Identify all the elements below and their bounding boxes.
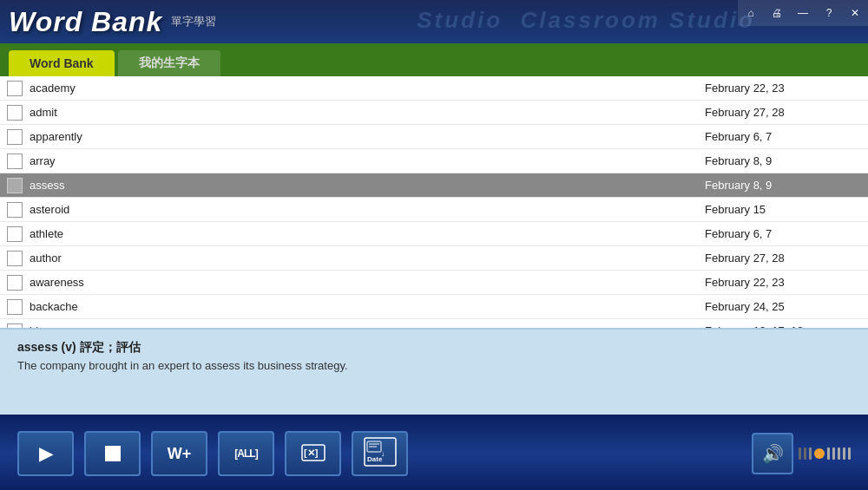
help-button[interactable]: ? — [816, 0, 842, 26]
word-text: asteroid — [30, 203, 705, 216]
table-row[interactable]: apparently February 6, 7 — [0, 125, 868, 149]
word-text: array — [30, 154, 705, 167]
row-checkbox[interactable] — [7, 323, 23, 329]
date-sort-icon: ↓ Date — [364, 437, 397, 469]
table-row-selected[interactable]: assess February 8, 9 — [0, 173, 868, 198]
vol-seg-8 — [848, 448, 851, 460]
word-date: February 6, 7 — [705, 130, 861, 143]
table-row[interactable]: array February 8, 9 — [0, 149, 868, 173]
app-subtitle: 單字學習 — [171, 14, 216, 29]
word-date: February 27, 28 — [705, 252, 861, 265]
vol-indicator — [814, 448, 825, 459]
app-logo: Word Bank — [9, 6, 162, 38]
word-list[interactable]: academy February 22, 23 admit February 2… — [0, 76, 868, 328]
vol-seg-2 — [804, 448, 806, 460]
definition-example: The company brought in an expert to asse… — [17, 359, 851, 372]
definition-pos-chinese: (v) 評定；評估 — [62, 340, 141, 354]
row-checkbox[interactable] — [7, 154, 23, 169]
date-sort-button[interactable]: ↓ Date — [352, 431, 408, 476]
word-text: apparently — [30, 130, 705, 143]
play-button[interactable]: ▶ — [17, 431, 74, 476]
row-checkbox[interactable] — [7, 251, 23, 266]
table-row[interactable]: academy February 22, 23 — [0, 76, 868, 101]
word-date: February 27, 28 — [705, 106, 861, 119]
row-checkbox[interactable] — [7, 105, 23, 121]
stop-button[interactable] — [84, 431, 141, 476]
word-text: assess — [30, 179, 705, 192]
word-text: blurry — [30, 324, 705, 328]
row-checkbox[interactable] — [7, 226, 23, 242]
bottom-toolbar: ▶ W+ [ALL] [✕] ↓ Date — [0, 415, 868, 490]
main-content: academy February 22, 23 admit February 2… — [0, 76, 868, 328]
vol-seg-7 — [843, 448, 845, 460]
home-button[interactable]: ⌂ — [738, 0, 764, 26]
wplus-icon: W+ — [168, 445, 192, 463]
table-row[interactable]: admit February 27, 28 — [0, 101, 868, 125]
close-button[interactable]: ✕ — [842, 0, 868, 26]
row-checkbox[interactable] — [7, 129, 23, 145]
word-date: February 6, 7 — [705, 227, 861, 240]
vol-seg-6 — [838, 448, 840, 460]
word-text: awareness — [30, 276, 705, 289]
word-date: February 24, 25 — [705, 300, 861, 313]
window-controls: ⌂ 🖨 — ? ✕ — [738, 0, 868, 26]
table-row[interactable]: author February 27, 28 — [0, 246, 868, 271]
table-row[interactable]: athlete February 6, 7 — [0, 222, 868, 246]
table-row[interactable]: awareness February 22, 23 — [0, 271, 868, 295]
tab-word-bank[interactable]: Word Bank — [9, 50, 115, 76]
row-checkbox[interactable] — [7, 275, 23, 291]
vol-seg-5 — [832, 448, 835, 460]
shuffle-button[interactable]: [✕] — [285, 431, 341, 476]
table-row[interactable]: backache February 24, 25 — [0, 295, 868, 319]
definition-word-bold: assess — [17, 340, 58, 354]
stop-icon — [105, 446, 121, 461]
word-text: author — [30, 252, 705, 265]
table-row[interactable]: asteroid February 15 — [0, 198, 868, 222]
bg-watermark: Studio Classroom Studio — [417, 7, 755, 34]
word-text: academy — [30, 82, 705, 95]
word-date: February 8, 9 — [705, 154, 861, 167]
shuffle-icon: [✕] — [300, 443, 326, 465]
definition-area: assess (v) 評定；評估 The company brought in … — [0, 328, 868, 415]
word-list-container: academy February 22, 23 admit February 2… — [0, 76, 868, 328]
volume-button[interactable]: 🔊 — [752, 433, 793, 474]
tab-bar: Word Bank 我的生字本 — [0, 43, 868, 76]
vol-seg-1 — [799, 448, 801, 460]
svg-text:[✕]: [✕] — [304, 448, 319, 458]
svg-text:Date: Date — [367, 455, 383, 463]
tab-my-vocab[interactable]: 我的生字本 — [118, 50, 220, 76]
word-date: February 15 — [705, 203, 861, 216]
volume-control: 🔊 — [752, 433, 851, 474]
play-icon: ▶ — [39, 443, 52, 464]
word-date: February 22, 23 — [705, 276, 861, 289]
add-to-vocab-button[interactable]: W+ — [151, 431, 207, 476]
word-date: February 8, 9 — [705, 179, 861, 192]
word-text: admit — [30, 106, 705, 119]
row-checkbox[interactable] — [7, 299, 23, 315]
table-row[interactable]: blurry February 16, 17, 18 — [0, 319, 868, 328]
speaker-icon: 🔊 — [762, 443, 784, 464]
all-icon: [ALL] — [234, 448, 257, 460]
row-checkbox[interactable] — [7, 202, 23, 218]
word-text: athlete — [30, 227, 705, 240]
word-date: February 16, 17, 18 — [705, 324, 861, 328]
select-all-button[interactable]: [ALL] — [218, 431, 274, 476]
word-text: backache — [30, 300, 705, 313]
volume-slider[interactable] — [799, 448, 851, 460]
word-date: February 22, 23 — [705, 82, 861, 95]
row-checkbox[interactable] — [7, 81, 23, 96]
row-checkbox[interactable] — [7, 178, 23, 193]
definition-word: assess (v) 評定；評估 — [17, 340, 851, 356]
minimize-button[interactable]: — — [790, 0, 816, 26]
print-button[interactable]: 🖨 — [764, 0, 790, 26]
vol-seg-4 — [827, 448, 830, 460]
vol-seg-3 — [809, 448, 812, 460]
title-bar: Word Bank 單字學習 Studio Classroom Studio ⌂… — [0, 0, 868, 43]
